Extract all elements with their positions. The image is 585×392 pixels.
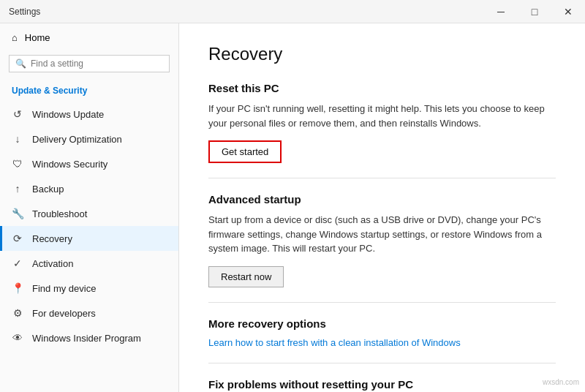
sidebar-item-label: For developers bbox=[32, 308, 96, 319]
sidebar-item-backup[interactable]: ↑ Backup bbox=[0, 176, 178, 201]
sidebar-item-activation[interactable]: ✓ Activation bbox=[0, 251, 178, 276]
for-developers-icon: ⚙ bbox=[12, 307, 23, 319]
activation-icon: ✓ bbox=[12, 257, 23, 269]
troubleshoot-icon: 🔧 bbox=[12, 208, 23, 219]
reset-pc-desc: If your PC isn't running well, resetting… bbox=[208, 102, 556, 130]
restart-now-button[interactable]: Restart now bbox=[208, 266, 284, 287]
sidebar-item-label: Troubleshoot bbox=[32, 208, 87, 219]
fix-problems-title: Fix problems without resetting your PC bbox=[208, 378, 556, 391]
backup-icon: ↑ bbox=[12, 183, 23, 195]
divider-2 bbox=[208, 302, 556, 303]
sidebar-item-label: Delivery Optimization bbox=[32, 134, 122, 145]
minimize-button[interactable]: ─ bbox=[484, 0, 518, 23]
sidebar-item-label: Recovery bbox=[32, 233, 72, 244]
page-title: Recovery bbox=[208, 44, 556, 64]
divider-1 bbox=[208, 178, 556, 178]
home-icon: ⌂ bbox=[12, 32, 18, 43]
windows-update-icon: ↺ bbox=[12, 108, 23, 120]
sidebar-item-recovery[interactable]: ⟳ Recovery bbox=[0, 226, 178, 251]
find-my-device-icon: 📍 bbox=[12, 282, 23, 294]
main-content: Recovery Reset this PC If your PC isn't … bbox=[179, 23, 585, 392]
home-label: Home bbox=[25, 32, 50, 43]
sidebar-item-windows-security[interactable]: 🛡 Windows Security bbox=[0, 151, 178, 176]
sidebar-item-label: Windows Security bbox=[32, 159, 107, 170]
titlebar-controls: ─ □ ✕ bbox=[484, 0, 585, 23]
sidebar-item-label: Backup bbox=[32, 184, 64, 195]
sidebar-item-label: Activation bbox=[32, 258, 73, 269]
sidebar-item-for-developers[interactable]: ⚙ For developers bbox=[0, 301, 178, 325]
sidebar-item-windows-insider[interactable]: 👁 Windows Insider Program bbox=[0, 325, 178, 350]
window: Settings ─ □ ✕ ⌂ Home 🔍 Update & Securit… bbox=[0, 0, 585, 392]
sidebar-item-find-my-device[interactable]: 📍 Find my device bbox=[0, 276, 178, 301]
get-started-button[interactable]: Get started bbox=[208, 140, 282, 163]
maximize-button[interactable]: □ bbox=[518, 0, 551, 23]
sidebar-item-troubleshoot[interactable]: 🔧 Troubleshoot bbox=[0, 201, 178, 226]
titlebar: Settings ─ □ ✕ bbox=[0, 0, 585, 23]
search-input[interactable] bbox=[31, 59, 163, 69]
watermark: wxsdn.com bbox=[543, 378, 579, 386]
sidebar-item-home[interactable]: ⌂ Home bbox=[0, 23, 178, 52]
sidebar: ⌂ Home 🔍 Update & Security ↺ Windows Upd… bbox=[0, 23, 179, 392]
recovery-icon: ⟳ bbox=[12, 233, 23, 244]
sidebar-item-label: Windows Update bbox=[32, 109, 104, 120]
search-box: 🔍 bbox=[9, 55, 170, 72]
windows-insider-icon: 👁 bbox=[12, 332, 23, 344]
clean-install-link[interactable]: Learn how to start fresh with a clean in… bbox=[208, 337, 461, 348]
divider-3 bbox=[208, 363, 556, 363]
advanced-startup-title: Advanced startup bbox=[208, 193, 556, 206]
more-options-title: More recovery options bbox=[208, 317, 556, 330]
sidebar-item-windows-update[interactable]: ↺ Windows Update bbox=[0, 102, 178, 127]
sidebar-item-label: Windows Insider Program bbox=[32, 333, 141, 344]
reset-pc-title: Reset this PC bbox=[208, 82, 556, 94]
titlebar-title: Settings bbox=[9, 7, 40, 17]
sidebar-item-delivery-optimization[interactable]: ↓ Delivery Optimization bbox=[0, 127, 178, 151]
search-icon: 🔍 bbox=[15, 59, 26, 69]
sidebar-section-title: Update & Security bbox=[0, 81, 178, 102]
close-button[interactable]: ✕ bbox=[551, 0, 585, 23]
content-area: ⌂ Home 🔍 Update & Security ↺ Windows Upd… bbox=[0, 23, 585, 392]
windows-security-icon: 🛡 bbox=[12, 158, 23, 170]
delivery-optimization-icon: ↓ bbox=[12, 133, 23, 145]
sidebar-item-label: Find my device bbox=[32, 283, 96, 294]
advanced-startup-desc: Start up from a device or disc (such as … bbox=[208, 213, 556, 256]
